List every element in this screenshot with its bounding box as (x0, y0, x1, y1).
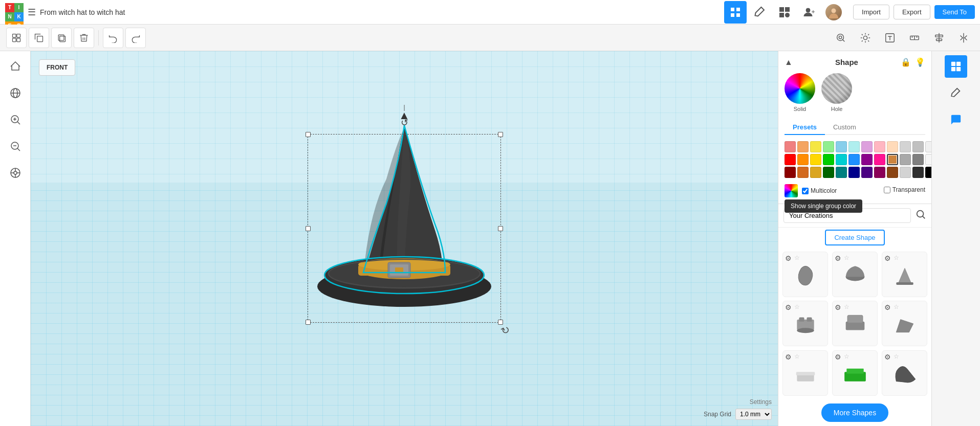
swatch-dodgerblue[interactable] (848, 154, 860, 165)
swatch-saddlebrown[interactable] (887, 167, 898, 178)
document-title[interactable]: From witch hat to witch hat (40, 8, 125, 16)
swatch-lightgray2[interactable] (900, 167, 911, 178)
swatch-darkviolet[interactable] (874, 167, 885, 178)
grid-view-button[interactable] (724, 1, 747, 24)
create-shape-button[interactable]: Create Shape (825, 230, 884, 245)
shape-card-7[interactable]: ⚙ ☆ (782, 350, 828, 396)
shape-settings-button-9[interactable]: ⚙ (884, 353, 891, 361)
send-to-button[interactable]: Send To (934, 5, 975, 19)
shape-card-6[interactable]: ⚙ ☆ (882, 301, 927, 346)
swatch-black[interactable] (925, 167, 931, 178)
shape-settings-button-6[interactable]: ⚙ (884, 303, 891, 311)
transparent-checkbox[interactable] (884, 187, 890, 193)
swatch-lightgray1[interactable] (900, 141, 911, 152)
text-button[interactable] (880, 28, 900, 48)
multicolor-checkbox[interactable] (802, 188, 809, 194)
light-button[interactable] (855, 28, 876, 48)
shape-settings-button-7[interactable]: ⚙ (785, 353, 792, 361)
swatch-white[interactable] (925, 141, 931, 152)
zoom-in-button[interactable] (6, 110, 25, 129)
swatch-skyblue[interactable] (836, 141, 847, 152)
redo-button[interactable] (125, 28, 146, 48)
hat-3d-object[interactable]: ▲ ↺ | ↻ (297, 113, 512, 327)
fr-build-button[interactable] (945, 82, 967, 104)
swatch-peachpuff[interactable] (887, 141, 898, 152)
add-user-button[interactable] (798, 1, 820, 24)
shape-settings-button-5[interactable]: ⚙ (835, 303, 841, 311)
swatch-darkorange[interactable] (797, 154, 809, 165)
shape-card-1[interactable]: ⚙ ☆ (782, 252, 828, 297)
swatch-yellow[interactable] (810, 141, 821, 152)
shape-lock-button[interactable]: 🔒 (901, 57, 911, 67)
copy-button[interactable] (29, 28, 49, 48)
align-button[interactable] (929, 28, 949, 48)
home-button[interactable] (6, 57, 25, 76)
3d-viewport[interactable]: FRONT ▲ ↺ | ↻ (31, 51, 778, 426)
shape-light-button[interactable]: 💡 (915, 57, 925, 67)
swatch-paleturquoise[interactable] (848, 141, 860, 152)
shape-card-2[interactable]: ⚙ ☆ (832, 252, 878, 297)
build-button[interactable] (749, 1, 771, 24)
mirror-button[interactable] (953, 28, 974, 48)
shape-settings-button-2[interactable]: ⚙ (835, 254, 841, 262)
swatch-lightcoral[interactable] (785, 141, 796, 152)
shape-star-button-8[interactable]: ☆ (844, 353, 850, 360)
swatch-sandybrown[interactable] (797, 141, 809, 152)
presets-tab[interactable]: Presets (785, 120, 825, 135)
swatch-darkmagenta[interactable] (861, 154, 873, 165)
fr-chat-button[interactable] (945, 108, 967, 131)
shape-star-button-6[interactable]: ☆ (894, 303, 899, 310)
select-tool-button[interactable] (6, 28, 27, 48)
app-logo[interactable]: T I N K E R C A D (5, 3, 24, 21)
orbit-button[interactable] (6, 84, 25, 102)
hole-shape-type[interactable]: Hole (821, 73, 852, 112)
shape-card-9[interactable]: ⚙ ☆ (882, 350, 927, 396)
shape-star-button-4[interactable]: ☆ (794, 303, 800, 310)
shape-star-button-1[interactable]: ☆ (794, 254, 800, 261)
swatch-goldenrod[interactable] (810, 167, 821, 178)
user-profile-button[interactable] (822, 1, 845, 24)
swatch-plum[interactable] (861, 141, 873, 152)
shape-star-button-9[interactable]: ☆ (894, 353, 899, 360)
shape-card-3[interactable]: ⚙ ☆ (882, 252, 927, 297)
measure-button[interactable] (904, 28, 925, 48)
undo-button[interactable] (103, 28, 123, 48)
duplicate-button[interactable] (51, 28, 72, 48)
delete-button[interactable] (74, 28, 94, 48)
swatch-darkcharcoal[interactable] (912, 167, 924, 178)
swatch-lightgreen[interactable] (823, 141, 834, 152)
swatch-teal[interactable] (836, 167, 847, 178)
shape-star-button-3[interactable]: ☆ (894, 254, 899, 261)
multicolor-checkbox-label[interactable]: Multicolor (802, 187, 837, 194)
swatch-darkred[interactable] (785, 167, 796, 178)
swatch-indigo[interactable] (861, 167, 873, 178)
swatch-whitesmoke[interactable] (925, 154, 931, 165)
shape-settings-button-4[interactable]: ⚙ (785, 303, 792, 311)
swatch-chocolate[interactable] (797, 167, 809, 178)
shapes-button[interactable] (773, 1, 796, 24)
import-button[interactable]: Import (853, 5, 889, 19)
creations-search-button[interactable] (915, 209, 926, 222)
swatch-darkblue[interactable] (848, 167, 860, 178)
shape-settings-button-1[interactable]: ⚙ (785, 254, 792, 262)
snap-grid-select[interactable]: 1.0 mm 0.5 mm 0.1 mm 2.0 mm (735, 409, 772, 420)
swatch-red[interactable] (785, 154, 796, 165)
shape-star-button-5[interactable]: ☆ (844, 303, 850, 310)
shape-star-button-2[interactable]: ☆ (844, 254, 850, 261)
settings-label[interactable]: Settings (750, 398, 772, 406)
transparent-checkbox-label[interactable]: Transparent (884, 186, 925, 193)
swatch-darkgreen[interactable] (823, 167, 834, 178)
swatch-gold[interactable] (810, 154, 821, 165)
shape-card-4[interactable]: ⚙ ☆ (782, 301, 828, 346)
swatch-silver[interactable] (912, 141, 924, 152)
export-button[interactable]: Export (894, 5, 930, 19)
swatch-lightpink[interactable] (874, 141, 885, 152)
custom-tab[interactable]: Custom (825, 120, 864, 135)
shape-settings-button-8[interactable]: ⚙ (835, 353, 841, 361)
inspector-button[interactable] (831, 28, 851, 48)
swatch-deeppink[interactable] (874, 154, 885, 165)
swatch-darkgray[interactable] (900, 154, 911, 165)
shape-card-8[interactable]: ⚙ ☆ (832, 350, 878, 396)
fr-grid-button[interactable] (945, 55, 967, 78)
swatch-darkturquoise[interactable] (836, 154, 847, 165)
